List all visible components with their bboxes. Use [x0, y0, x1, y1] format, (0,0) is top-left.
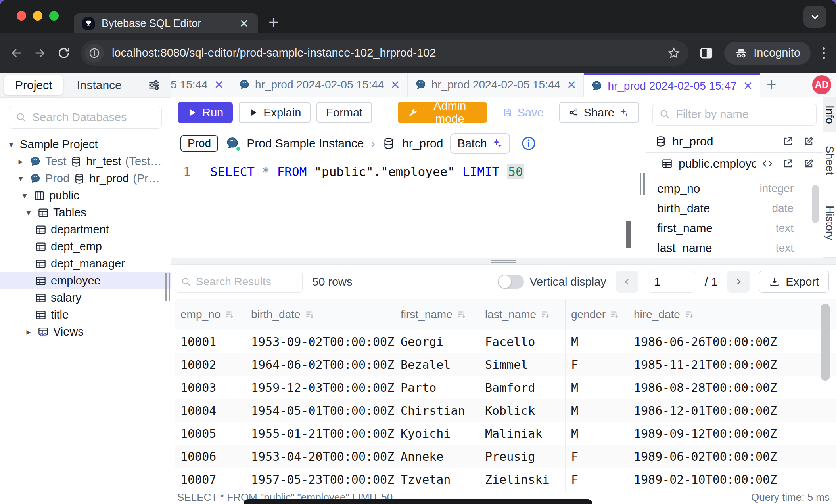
- zoom-window-button[interactable]: [49, 11, 59, 21]
- editor-scrollbar-thumb[interactable]: [626, 221, 631, 248]
- tree-item-database-hr-test[interactable]: ▸ Test hr_test (Test…: [0, 153, 171, 170]
- tree-item-table-title[interactable]: title: [0, 306, 171, 323]
- info-circle-icon[interactable]: [521, 136, 536, 151]
- tab-search-button[interactable]: [803, 6, 826, 28]
- schema-filter-input[interactable]: [676, 108, 810, 121]
- code-icon[interactable]: [762, 158, 773, 169]
- batch-mode-chip[interactable]: Batch: [450, 133, 510, 154]
- panel-table-row[interactable]: public.employee: [646, 153, 823, 175]
- table-row[interactable]: 100061953-04-20T00:00:00ZAnnekePreusigF1…: [175, 445, 836, 468]
- page-number-input[interactable]: [648, 271, 695, 293]
- close-window-button[interactable]: [17, 11, 26, 21]
- sort-icon[interactable]: [610, 309, 620, 320]
- avatar[interactable]: AD: [812, 75, 831, 94]
- sort-icon[interactable]: [540, 309, 550, 320]
- browser-tab[interactable]: Bytebase SQL Editor ✕: [74, 13, 258, 33]
- table-row[interactable]: 100041954-05-01T00:00:00ZChirstianKoblic…: [175, 399, 836, 422]
- tree-item-views-group[interactable]: ▸ Views: [0, 323, 171, 340]
- tree-item-table-dept-emp[interactable]: dept_emp: [0, 238, 171, 255]
- caret-down-icon[interactable]: ▾: [24, 208, 33, 218]
- table-scrollbar-thumb[interactable]: [821, 304, 830, 381]
- admin-mode-button[interactable]: Admin mode: [398, 102, 487, 123]
- sql-editor[interactable]: 1SELECT*FROM"public"."employee"LIMIT50: [171, 159, 646, 258]
- column-header[interactable]: gender: [566, 299, 628, 330]
- database-name[interactable]: hr_prod: [402, 137, 443, 150]
- external-link-icon[interactable]: [782, 158, 794, 169]
- close-icon[interactable]: ✕: [565, 78, 576, 92]
- window-controls[interactable]: [17, 11, 59, 21]
- sort-icon[interactable]: [305, 309, 315, 320]
- caret-down-icon[interactable]: ▾: [20, 191, 29, 201]
- minimize-window-button[interactable]: [33, 11, 42, 21]
- schema-filter[interactable]: [652, 103, 817, 126]
- run-button[interactable]: Run: [178, 102, 233, 123]
- edit-icon[interactable]: [803, 136, 814, 147]
- rail-tab-info[interactable]: Info: [823, 97, 836, 132]
- rail-tab-sheet[interactable]: Sheet: [823, 132, 836, 188]
- new-sheet-button[interactable]: +: [760, 73, 783, 97]
- table-row[interactable]: 100071957-05-23T00:00:00ZTzvetanZielinsk…: [175, 468, 836, 491]
- sort-icon[interactable]: [456, 309, 467, 320]
- close-icon[interactable]: ✕: [389, 78, 400, 92]
- column-header[interactable]: last_name: [479, 299, 566, 330]
- sheet-tab-4-active[interactable]: hr_prod 2024-02-05 15:47 ✕: [584, 73, 760, 97]
- sheet-tab-3[interactable]: hr_prod 2024-02-05 15:44 ✕: [408, 73, 584, 97]
- explain-button[interactable]: Explain: [239, 102, 311, 123]
- horizontal-splitter[interactable]: [171, 258, 836, 265]
- column-header[interactable]: emp_no: [175, 299, 245, 330]
- caret-down-icon[interactable]: ▾: [6, 139, 16, 150]
- table-row[interactable]: 100021964-06-02T00:00:00ZBezalelSimmelF1…: [175, 353, 836, 376]
- close-tab-icon[interactable]: ✕: [238, 17, 250, 30]
- share-button[interactable]: Share: [559, 102, 639, 123]
- forward-icon[interactable]: [33, 46, 47, 60]
- sheet-tab-1[interactable]: 5 15:44 ✕: [171, 73, 231, 97]
- results-search-input[interactable]: [196, 275, 297, 288]
- sort-icon[interactable]: [684, 309, 694, 320]
- tab-project[interactable]: Project: [4, 75, 63, 95]
- sort-icon[interactable]: [224, 309, 235, 320]
- side-panel-icon[interactable]: [699, 46, 714, 61]
- bookmark-star-icon[interactable]: [667, 46, 681, 60]
- sheet-tab-2[interactable]: hr_prod 2024-02-05 15:44 ✕: [231, 73, 408, 97]
- vertical-display-toggle[interactable]: [498, 275, 524, 289]
- tree-item-project[interactable]: ▾ Sample Project: [0, 136, 171, 153]
- format-button[interactable]: Format: [316, 102, 372, 123]
- close-icon[interactable]: ✕: [213, 78, 224, 92]
- table-row[interactable]: 100051955-01-21T00:00:00ZKyoichiMaliniak…: [175, 422, 836, 445]
- tab-instance[interactable]: Instance: [65, 75, 132, 95]
- next-page-button[interactable]: [727, 271, 750, 293]
- tree-item-database-hr-prod[interactable]: ▾ Prod hr_prod (Pr…: [0, 170, 171, 187]
- panel-resize-handle[interactable]: [640, 173, 645, 195]
- new-tab-button[interactable]: +: [268, 13, 279, 31]
- tree-item-table-salary[interactable]: salary: [0, 289, 171, 306]
- results-search[interactable]: [175, 271, 303, 293]
- caret-right-icon[interactable]: ▸: [16, 157, 25, 167]
- edit-icon[interactable]: [803, 158, 814, 169]
- tree-item-table-employee-selected[interactable]: employee: [0, 272, 171, 289]
- column-header[interactable]: birth_date: [245, 299, 395, 330]
- caret-right-icon[interactable]: ▸: [24, 327, 33, 337]
- environment-chip[interactable]: Prod: [180, 135, 218, 152]
- browser-menu-kebab-icon[interactable]: [821, 46, 826, 61]
- panel-database-row[interactable]: hr_prod: [646, 130, 823, 153]
- panel-scrollbar-thumb[interactable]: [812, 185, 819, 223]
- rail-tab-history[interactable]: History: [823, 188, 836, 258]
- sidebar-resize-handle[interactable]: [165, 273, 170, 301]
- caret-down-icon[interactable]: ▾: [16, 174, 25, 184]
- url-text[interactable]: localhost:8080/sql-editor/prod-sample-in…: [112, 46, 659, 59]
- database-search-input[interactable]: [32, 111, 155, 124]
- tree-settings-sliders-icon[interactable]: [148, 78, 161, 92]
- table-row[interactable]: 100011953-09-02T00:00:00ZGeorgiFacelloM1…: [175, 330, 836, 353]
- tree-item-schema-public[interactable]: ▾ public: [0, 187, 171, 204]
- close-icon[interactable]: ✕: [742, 79, 753, 93]
- external-link-icon[interactable]: [782, 136, 794, 147]
- reload-icon[interactable]: [57, 46, 71, 60]
- tree-item-tables-group[interactable]: ▾ Tables: [0, 204, 171, 221]
- tree-item-table-department[interactable]: department: [0, 221, 171, 238]
- back-icon[interactable]: [10, 46, 23, 60]
- save-button[interactable]: Save: [493, 102, 553, 123]
- instance-name[interactable]: Prod Sample Instance: [247, 137, 364, 150]
- url-bar[interactable]: localhost:8080/sql-editor/prod-sample-in…: [81, 40, 688, 66]
- table-row[interactable]: 100031959-12-03T00:00:00ZPartoBamfordM19…: [175, 376, 836, 399]
- tree-item-table-dept-manager[interactable]: dept_manager: [0, 255, 171, 272]
